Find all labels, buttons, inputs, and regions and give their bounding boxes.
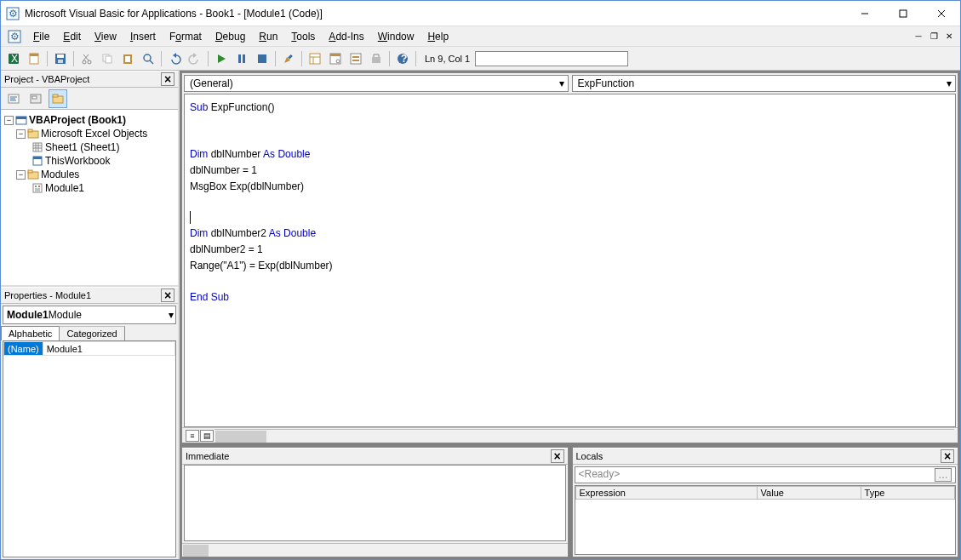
- main-area: Project - VBAProject × − VBAProject (Boo…: [1, 71, 960, 559]
- object-browser-button[interactable]: [346, 49, 365, 68]
- toolbar-combo[interactable]: [475, 51, 628, 66]
- reset-button[interactable]: [253, 49, 272, 68]
- property-name-cell: (Name): [4, 342, 43, 356]
- menu-insert[interactable]: Insert: [123, 29, 163, 44]
- vba-app-icon: ⚙: [6, 7, 20, 20]
- tree-excel-objects[interactable]: − Microsoft Excel Objects: [1, 127, 178, 140]
- tree-modules[interactable]: − Modules: [1, 168, 178, 181]
- properties-panel-title: Properties - Module1: [4, 290, 161, 300]
- horizontal-scrollbar[interactable]: [182, 543, 568, 557]
- menu-edit[interactable]: Edit: [56, 29, 88, 44]
- chevron-down-icon: ▾: [559, 77, 564, 89]
- menu-debug[interactable]: Debug: [209, 29, 252, 44]
- toolbox-button[interactable]: [367, 49, 386, 68]
- project-explorer-button[interactable]: [306, 49, 324, 68]
- menu-file[interactable]: File: [26, 29, 56, 44]
- mdi-close-button[interactable]: ✕: [943, 31, 955, 43]
- paste-button[interactable]: [118, 49, 137, 68]
- view-object-button[interactable]: [26, 89, 45, 108]
- undo-button[interactable]: [165, 49, 184, 68]
- locals-grid[interactable]: Expression Value Type: [575, 485, 957, 555]
- view-excel-button[interactable]: X: [4, 49, 23, 68]
- locals-col-value[interactable]: Value: [757, 487, 861, 500]
- tab-categorized[interactable]: Categorized: [59, 326, 124, 340]
- cut-button[interactable]: [77, 49, 96, 68]
- view-code-button[interactable]: [4, 89, 23, 108]
- mdi-restore-button[interactable]: ❐: [928, 31, 940, 43]
- svg-text:?: ?: [401, 53, 407, 65]
- menu-window[interactable]: Window: [371, 29, 421, 44]
- svg-text:X: X: [11, 53, 18, 65]
- code-editor[interactable]: Sub ExpFunction() Dim dblNumber As Doubl…: [184, 94, 956, 427]
- object-dropdown-value: (General): [190, 77, 233, 89]
- break-button[interactable]: [232, 49, 251, 68]
- code-view-buttons: ≡ ▤: [182, 427, 958, 443]
- menu-addins[interactable]: Add-Ins: [322, 29, 370, 44]
- tab-alphabetic[interactable]: Alphabetic: [1, 326, 60, 340]
- svg-point-68: [38, 186, 40, 187]
- minimize-button[interactable]: [845, 1, 884, 26]
- help-button[interactable]: ?: [393, 49, 412, 68]
- menu-view[interactable]: View: [88, 29, 123, 44]
- mdi-minimize-button[interactable]: ─: [912, 31, 924, 43]
- toggle-folders-button[interactable]: [49, 89, 67, 108]
- collapse-icon[interactable]: −: [16, 170, 26, 180]
- locals-col-expression[interactable]: Expression: [575, 487, 757, 500]
- full-module-view-button[interactable]: ▤: [200, 430, 214, 442]
- properties-object-dropdown[interactable]: Module1 Module ▾: [3, 306, 176, 324]
- project-panel-close-button[interactable]: ×: [161, 72, 174, 86]
- project-tree[interactable]: − VBAProject (Book1) − Microsoft Excel O…: [1, 110, 178, 287]
- menu-format[interactable]: Format: [163, 29, 209, 44]
- svg-rect-41: [352, 60, 359, 61]
- svg-rect-56: [28, 129, 32, 132]
- svg-rect-22: [125, 56, 130, 62]
- horizontal-scrollbar[interactable]: [215, 429, 954, 443]
- procedure-view-button[interactable]: ≡: [186, 430, 199, 442]
- svg-rect-50: [32, 96, 37, 99]
- save-button[interactable]: [51, 49, 70, 68]
- redo-button[interactable]: [186, 49, 204, 68]
- svg-rect-57: [33, 143, 42, 151]
- chevron-down-icon: ▾: [169, 309, 174, 321]
- tree-node-label: ThisWorkbook: [45, 155, 110, 167]
- properties-grid[interactable]: (Name) Module1: [3, 340, 176, 557]
- locals-ellipsis-button[interactable]: …: [935, 468, 952, 482]
- menu-tools[interactable]: Tools: [284, 29, 322, 44]
- properties-panel-close-button[interactable]: ×: [161, 289, 174, 302]
- maximize-button[interactable]: [884, 1, 922, 26]
- properties-panel-header: Properties - Module1 ×: [1, 287, 178, 304]
- collapse-icon[interactable]: −: [4, 116, 14, 125]
- procedure-dropdown[interactable]: ExpFunction ▾: [572, 75, 957, 92]
- menu-run[interactable]: Run: [252, 29, 284, 44]
- tree-root-label: VBAProject (Book1): [29, 114, 126, 126]
- svg-rect-20: [106, 56, 112, 63]
- find-button[interactable]: [139, 49, 157, 68]
- immediate-panel-close-button[interactable]: ×: [551, 449, 564, 463]
- svg-rect-32: [288, 54, 293, 59]
- svg-rect-52: [53, 94, 58, 97]
- run-button[interactable]: [212, 49, 231, 68]
- property-value-cell[interactable]: Module1: [43, 342, 174, 356]
- locals-col-type[interactable]: Type: [861, 487, 954, 500]
- svg-rect-14: [58, 60, 63, 63]
- immediate-window-textarea[interactable]: [184, 465, 566, 541]
- tree-thisworkbook[interactable]: ThisWorkbook: [1, 154, 178, 168]
- tree-sheet1[interactable]: Sheet1 (Sheet1): [1, 140, 178, 154]
- menubar: ⚙ File Edit View Insert Format Debug Run…: [1, 26, 960, 47]
- insert-module-button[interactable]: [25, 49, 43, 68]
- menu-help[interactable]: Help: [420, 29, 455, 44]
- svg-point-23: [144, 54, 151, 61]
- collapse-icon[interactable]: −: [16, 129, 26, 139]
- project-icon: [15, 114, 27, 126]
- property-row[interactable]: (Name) Module1: [4, 342, 175, 356]
- tree-module1[interactable]: Module1: [1, 181, 178, 195]
- tree-root[interactable]: − VBAProject (Book1): [1, 113, 178, 127]
- cursor-position-label: Ln 9, Col 1: [425, 54, 470, 64]
- copy-button[interactable]: [98, 49, 117, 68]
- object-dropdown[interactable]: (General) ▾: [184, 75, 569, 92]
- svg-marker-25: [173, 53, 176, 58]
- locals-panel-close-button[interactable]: ×: [941, 449, 954, 463]
- close-button[interactable]: [922, 1, 960, 26]
- design-mode-button[interactable]: [279, 49, 298, 68]
- properties-window-button[interactable]: [326, 49, 345, 68]
